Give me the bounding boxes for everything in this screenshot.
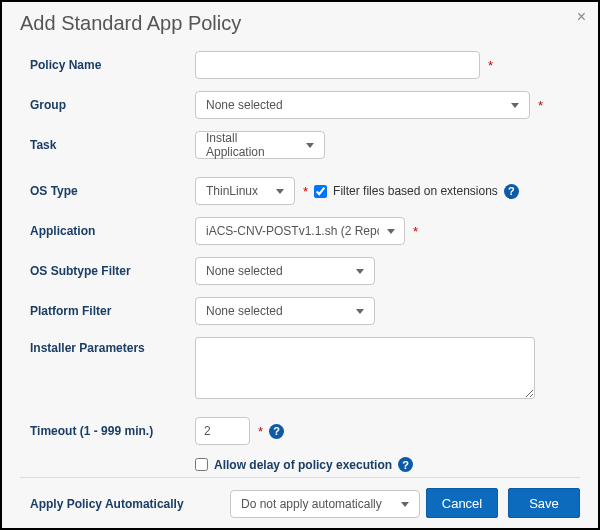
label-platform: Platform Filter bbox=[30, 304, 195, 318]
required-marker: * bbox=[488, 58, 493, 73]
row-os-type: OS Type ThinLinux * Filter files based o… bbox=[30, 171, 570, 211]
dialog-title: Add Standard App Policy bbox=[20, 12, 241, 34]
cancel-button[interactable]: Cancel bbox=[426, 488, 498, 518]
os-type-select[interactable]: ThinLinux bbox=[195, 177, 295, 205]
close-icon[interactable]: × bbox=[577, 8, 586, 26]
allow-delay-checkbox[interactable] bbox=[195, 458, 208, 471]
row-os-subtype: OS Subtype Filter None selected bbox=[30, 251, 570, 291]
row-application: Application iACS-CNV-POSTv1.1.sh (2 Repo… bbox=[30, 211, 570, 251]
filter-extensions-label: Filter files based on extensions bbox=[333, 184, 498, 198]
platform-select[interactable]: None selected bbox=[195, 297, 375, 325]
chevron-down-icon bbox=[356, 309, 364, 314]
row-installer-params: Installer Parameters bbox=[30, 331, 570, 405]
row-policy-name: Policy Name * bbox=[30, 45, 570, 85]
required-marker: * bbox=[413, 224, 418, 239]
row-platform: Platform Filter None selected bbox=[30, 291, 570, 331]
dialog-footer: Cancel Save bbox=[20, 477, 580, 518]
help-icon[interactable]: ? bbox=[269, 424, 284, 439]
row-allow-delay: Allow delay of policy execution ? bbox=[30, 451, 570, 478]
policy-name-input[interactable] bbox=[195, 51, 480, 79]
help-icon[interactable]: ? bbox=[504, 184, 519, 199]
label-task: Task bbox=[30, 138, 195, 152]
dialog-header: Add Standard App Policy × bbox=[2, 2, 598, 39]
modal-add-standard-app-policy: Add Standard App Policy × Policy Name * … bbox=[0, 0, 600, 530]
help-icon[interactable]: ? bbox=[398, 457, 413, 472]
row-group: Group None selected * bbox=[30, 85, 570, 125]
label-timeout: Timeout (1 - 999 min.) bbox=[30, 424, 195, 438]
os-subtype-value: None selected bbox=[206, 264, 283, 278]
allow-delay-label: Allow delay of policy execution bbox=[214, 458, 392, 472]
task-select-value: Install Application bbox=[206, 131, 298, 159]
os-subtype-select[interactable]: None selected bbox=[195, 257, 375, 285]
row-task: Task Install Application bbox=[30, 125, 570, 165]
dialog-body: Policy Name * Group None selected * Task… bbox=[2, 39, 598, 528]
label-group: Group bbox=[30, 98, 195, 112]
group-select[interactable]: None selected bbox=[195, 91, 530, 119]
required-marker: * bbox=[303, 184, 308, 199]
required-marker: * bbox=[538, 98, 543, 113]
save-button[interactable]: Save bbox=[508, 488, 580, 518]
timeout-input[interactable] bbox=[195, 417, 250, 445]
application-select[interactable]: iACS-CNV-POSTv1.1.sh (2 Reposi bbox=[195, 217, 405, 245]
label-policy-name: Policy Name bbox=[30, 58, 195, 72]
label-os-type: OS Type bbox=[30, 184, 195, 198]
label-installer-params: Installer Parameters bbox=[30, 337, 195, 355]
required-marker: * bbox=[258, 424, 263, 439]
chevron-down-icon bbox=[306, 143, 314, 148]
task-select[interactable]: Install Application bbox=[195, 131, 325, 159]
label-os-subtype: OS Subtype Filter bbox=[30, 264, 195, 278]
chevron-down-icon bbox=[387, 229, 395, 234]
label-application: Application bbox=[30, 224, 195, 238]
installer-params-textarea[interactable] bbox=[195, 337, 535, 399]
platform-value: None selected bbox=[206, 304, 283, 318]
chevron-down-icon bbox=[511, 103, 519, 108]
os-type-value: ThinLinux bbox=[206, 184, 258, 198]
chevron-down-icon bbox=[356, 269, 364, 274]
filter-extensions-checkbox[interactable] bbox=[314, 185, 327, 198]
application-value: iACS-CNV-POSTv1.1.sh (2 Reposi bbox=[206, 224, 379, 238]
chevron-down-icon bbox=[276, 189, 284, 194]
group-select-value: None selected bbox=[206, 98, 283, 112]
row-timeout: Timeout (1 - 999 min.) * ? bbox=[30, 411, 570, 451]
